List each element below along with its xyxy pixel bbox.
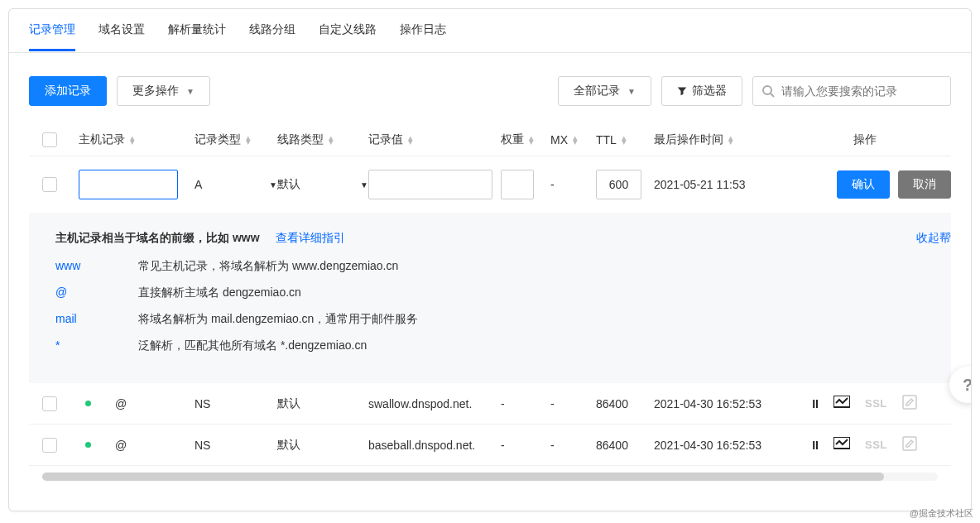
collapse-help-link[interactable]: 收起帮 [916, 231, 951, 246]
more-actions-button[interactable]: 更多操作 ▼ [117, 76, 210, 106]
cell-type: NS [195, 439, 210, 452]
cell-line: 默认 [277, 396, 300, 411]
status-dot-active [85, 442, 91, 448]
svg-rect-5 [903, 437, 916, 450]
line-select-value[interactable]: 默认 [277, 177, 300, 192]
help-desc: 将域名解析为 mail.dengzemiao.cn，通常用于邮件服务 [138, 312, 418, 327]
horizontal-scrollbar[interactable] [42, 473, 938, 481]
guide-link[interactable]: 查看详细指引 [276, 231, 345, 244]
monitor-icon[interactable] [833, 437, 850, 453]
add-record-button[interactable]: 添加记录 [29, 76, 107, 106]
ttl-input[interactable]: 600 [596, 170, 641, 199]
dns-console-window: 记录管理 域名设置 解析量统计 线路分组 自定义线路 操作日志 添加记录 更多操… [8, 8, 972, 511]
cell-value: baseball.dnspod.net. [368, 439, 475, 452]
filter-button[interactable]: 筛选器 [661, 76, 742, 106]
tab-logs[interactable]: 操作日志 [400, 22, 446, 51]
cell-time: 2021-04-30 16:52:53 [654, 397, 761, 410]
host-input[interactable] [79, 170, 178, 199]
chevron-down-icon: ▼ [186, 87, 195, 96]
table-row: @ NS 默认 baseball.dnspod.net. - - 86400 2… [29, 425, 951, 466]
tab-analytics[interactable]: 解析量统计 [168, 22, 226, 51]
ssl-badge: SSL [865, 397, 887, 410]
help-panel: 主机记录相当于域名的前缀，比如 www 查看详细指引 www常见主机记录，将域名… [29, 213, 951, 383]
help-key-star[interactable]: * [55, 338, 138, 353]
help-desc: 泛解析，匹配其他所有域名 *.dengzemiao.cn [138, 338, 367, 353]
cell-mx: - [550, 439, 555, 452]
row-checkbox[interactable] [42, 438, 57, 453]
col-type: 记录类型 [195, 132, 241, 147]
cell-weight: - [501, 439, 505, 452]
help-title: 主机记录相当于域名的前缀，比如 www 查看详细指引 [55, 231, 925, 246]
row-checkbox[interactable] [42, 177, 57, 192]
toolbar: 添加记录 更多操作 ▼ 全部记录 ▼ 筛选器 [29, 76, 951, 106]
tab-records[interactable]: 记录管理 [29, 22, 75, 51]
table-header: 主机记录▴▾ 记录类型▴▾ 线路类型▴▾ 记录值▴▾ 权重▴▾ MX▴▾ TTL… [29, 124, 951, 156]
cell-host: @ [115, 439, 127, 452]
select-all-checkbox[interactable] [42, 132, 57, 147]
monitor-icon[interactable] [833, 396, 850, 411]
sort-icon[interactable]: ▴▾ [529, 136, 534, 144]
search-box[interactable] [752, 76, 951, 106]
confirm-button[interactable]: 确认 [837, 170, 890, 199]
col-host: 主机记录 [79, 132, 125, 147]
help-desc: 常见主机记录，将域名解析为 www.dengzemiao.cn [138, 259, 398, 274]
time-display: 2021-05-21 11:53 [654, 178, 746, 191]
chevron-down-icon: ▼ [627, 87, 636, 96]
cell-ttl: 86400 [596, 439, 628, 452]
sort-icon[interactable]: ▴▾ [130, 136, 135, 144]
table-row: @ NS 默认 swallow.dnspod.net. - - 86400 20… [29, 383, 951, 425]
svg-rect-3 [903, 396, 916, 409]
tabs-divider [9, 52, 971, 53]
nav-tabs: 记录管理 域名设置 解析量统计 线路分组 自定义线路 操作日志 [9, 9, 971, 52]
sort-icon[interactable]: ▴▾ [408, 136, 413, 144]
more-actions-label: 更多操作 [132, 84, 179, 98]
tab-line-group[interactable]: 线路分组 [249, 22, 295, 51]
cell-type: NS [195, 397, 210, 410]
col-line: 线路类型 [277, 132, 324, 147]
all-records-dropdown[interactable]: 全部记录 ▼ [558, 76, 651, 106]
chevron-down-icon[interactable]: ▼ [269, 180, 277, 190]
cell-ttl: 86400 [596, 397, 628, 410]
edit-record-row: A▼ 默认▼ - 600 2021-05-21 11:53 确认 取消 [29, 156, 951, 213]
mx-display: - [550, 178, 555, 191]
content-area: 添加记录 更多操作 ▼ 全部记录 ▼ 筛选器 主机记录▴▾ 记录类型▴▾ [9, 76, 971, 481]
help-key-at[interactable]: @ [55, 285, 138, 300]
svg-point-0 [763, 86, 771, 94]
sort-icon[interactable]: ▴▾ [246, 136, 251, 144]
status-dot-active [85, 401, 91, 406]
sort-icon[interactable]: ▴▾ [622, 136, 627, 144]
ssl-badge: SSL [865, 439, 887, 451]
value-input[interactable] [368, 170, 492, 199]
sort-icon[interactable]: ▴▾ [728, 136, 733, 144]
cell-host: @ [115, 397, 127, 410]
search-input[interactable] [781, 84, 942, 98]
tab-custom-line[interactable]: 自定义线路 [319, 22, 377, 51]
tab-domain-settings[interactable]: 域名设置 [98, 22, 145, 51]
edit-icon [902, 395, 917, 412]
edit-icon [902, 436, 917, 453]
pause-icon[interactable]: II [812, 439, 819, 452]
filter-label: 筛选器 [692, 84, 727, 98]
type-select-value[interactable]: A [195, 178, 202, 191]
row-checkbox[interactable] [42, 396, 57, 411]
sort-icon[interactable]: ▴▾ [329, 136, 334, 144]
cell-weight: - [501, 397, 505, 410]
col-mx: MX [550, 133, 568, 146]
col-time: 最后操作时间 [654, 132, 723, 147]
col-weight: 权重 [501, 132, 524, 147]
cell-mx: - [550, 397, 555, 410]
help-key-mail[interactable]: mail [55, 312, 138, 327]
cancel-button[interactable]: 取消 [898, 170, 951, 199]
col-ttl: TTL [596, 133, 617, 146]
cell-line: 默认 [277, 438, 300, 453]
col-value: 记录值 [368, 132, 403, 147]
help-key-www[interactable]: www [55, 259, 138, 274]
scrollbar-thumb[interactable] [42, 473, 884, 481]
watermark: @掘金技术社区 [910, 507, 973, 520]
search-icon [761, 84, 775, 98]
sort-icon[interactable]: ▴▾ [573, 136, 578, 144]
pause-icon[interactable]: II [812, 397, 819, 410]
weight-input[interactable] [501, 170, 534, 199]
svg-line-1 [771, 94, 774, 97]
chevron-down-icon[interactable]: ▼ [360, 180, 368, 190]
